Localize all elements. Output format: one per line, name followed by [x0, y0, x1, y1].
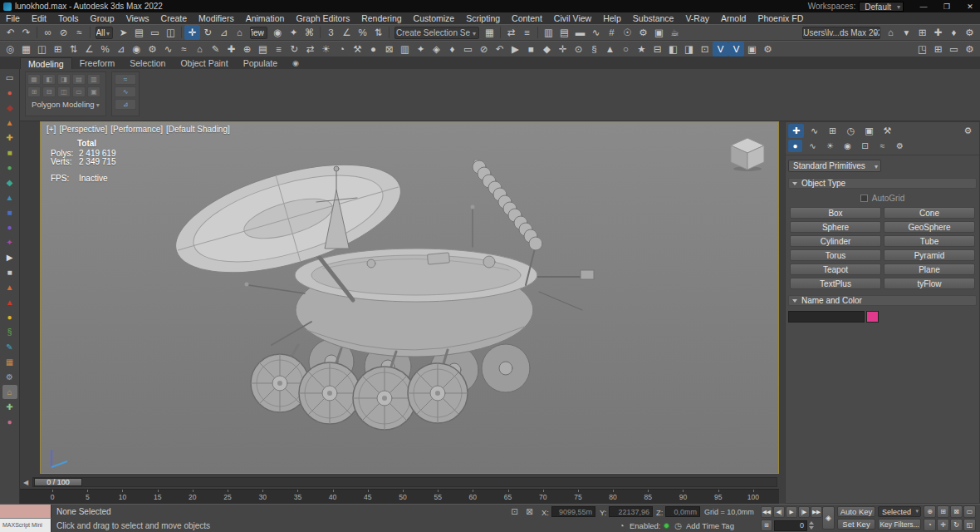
menu-item[interactable]: Customize	[408, 12, 461, 24]
set-keys-button[interactable]: ◈	[822, 506, 835, 530]
zoom-extents-icon[interactable]: ⊠	[950, 505, 963, 518]
browse-project-icon[interactable]: ⌂	[883, 25, 899, 40]
toolbar-icon[interactable]: ⚒	[350, 42, 365, 57]
hierarchy-tab-icon[interactable]: ⊞	[825, 124, 840, 138]
toolbar-icon[interactable]: ▣	[744, 42, 760, 57]
spinner-snap-icon[interactable]: ⇅	[370, 25, 386, 40]
use-pivot-center-icon[interactable]: ◉	[270, 25, 286, 40]
menu-item[interactable]: File	[0, 12, 26, 24]
side-tool-icon[interactable]: ◆	[2, 101, 17, 115]
side-tool-icon[interactable]: ●	[2, 86, 17, 100]
edit-named-sets-icon[interactable]: ▦	[482, 25, 497, 40]
x-coordinate-field[interactable]: 9099,55m	[551, 506, 595, 517]
viewport-general-label[interactable]: [+]	[47, 125, 56, 134]
toolbar-icon[interactable]: ∿	[160, 42, 176, 57]
motion-tab-icon[interactable]: ◷	[843, 124, 859, 138]
toolbar-icon[interactable]: ▭	[946, 42, 962, 57]
unlink-selection-icon[interactable]: ⊘	[56, 25, 71, 40]
object-type-rollout[interactable]: Object Type	[788, 178, 977, 189]
cameras-category-icon[interactable]: ◉	[840, 140, 855, 152]
torus-button[interactable]: Torus	[790, 249, 881, 261]
sphere-button[interactable]: Sphere	[790, 221, 881, 233]
orbit-icon[interactable]: ↻	[950, 519, 963, 531]
minimize-button[interactable]: —	[914, 0, 933, 12]
viewport-pov-label[interactable]: [Perspective]	[59, 125, 107, 134]
ribbon-tool-icon[interactable]: ▤	[72, 74, 86, 85]
side-tool-icon[interactable]: ●	[2, 220, 17, 234]
side-tool-icon[interactable]: §	[2, 325, 17, 339]
modify-tab-icon[interactable]: ∿	[806, 124, 822, 138]
textplus-button[interactable]: TextPlus	[790, 278, 881, 289]
side-tool-icon[interactable]: ▲	[2, 190, 17, 204]
selection-lock-toggle[interactable]: ⊠	[523, 505, 536, 518]
ribbon-tab-modeling[interactable]: Modeling	[20, 57, 72, 69]
toolbar-icon[interactable]: ⊡	[697, 42, 713, 57]
reference-coordinate-dropdown[interactable]: View	[250, 27, 267, 39]
toolbar-icon[interactable]: ○	[618, 42, 634, 57]
ribbon-toggle-icon[interactable]: ▬	[572, 25, 588, 40]
toolbar-icon[interactable]: ▲	[602, 42, 618, 57]
cylinder-button[interactable]: Cylinder	[790, 235, 881, 247]
tyflow-button[interactable]: tyFlow	[884, 278, 975, 289]
fov-icon[interactable]: ◔	[924, 519, 936, 531]
select-and-rotate-icon[interactable]: ↻	[200, 25, 216, 40]
percent-snap-icon[interactable]: %	[355, 25, 370, 40]
helpers-category-icon[interactable]: ⊡	[858, 140, 872, 152]
close-button[interactable]: ✕	[960, 0, 980, 12]
bind-to-space-warp-icon[interactable]: ≈	[71, 25, 87, 40]
zoom-all-icon[interactable]: ⊞	[937, 505, 949, 518]
y-coordinate-field[interactable]: 22137,96	[609, 506, 653, 517]
side-tool-icon[interactable]: ▲	[2, 116, 17, 130]
shapes-category-icon[interactable]: ∿	[806, 140, 820, 152]
play-button[interactable]: ▶	[786, 506, 797, 518]
toolbar-icon[interactable]: ✦	[413, 42, 429, 57]
toolbar-icon[interactable]: ⊟	[649, 42, 665, 57]
toolbar-icon[interactable]: ⊿	[113, 42, 129, 57]
side-tool-icon[interactable]: ▦	[2, 355, 17, 369]
ribbon-tool-icon[interactable]: ⊟	[42, 86, 56, 97]
prev-frame-button[interactable]: ◀|	[773, 506, 785, 518]
menu-item[interactable]: Scripting	[460, 12, 506, 24]
side-tool-icon[interactable]: ●	[2, 310, 17, 324]
side-tool-icon[interactable]: ●	[2, 415, 17, 429]
toolbar-icon[interactable]: ▤	[255, 42, 271, 57]
vray-toolbar-icon[interactable]: V	[713, 42, 728, 57]
toolbar-icon[interactable]: ◧	[665, 42, 681, 57]
undo-icon[interactable]: ↶	[2, 25, 18, 40]
select-and-manipulate-icon[interactable]: ✦	[286, 25, 301, 40]
selection-region-icon[interactable]: ▭	[147, 25, 163, 40]
toolbar-icon[interactable]: ◈	[429, 42, 444, 57]
ribbon-tool-icon[interactable]: ▥	[87, 74, 100, 85]
toolbar-icon[interactable]: ■	[523, 42, 539, 57]
side-tool-icon[interactable]: ■	[2, 205, 17, 219]
viewcube[interactable]	[728, 135, 767, 172]
trackbar-collapse-icon[interactable]: ◀	[22, 479, 30, 486]
side-tool-icon[interactable]: ⌂	[2, 385, 17, 399]
geometry-category-icon[interactable]: ●	[788, 140, 802, 152]
ribbon-tool-icon[interactable]: ∿	[115, 86, 136, 97]
ribbon-tab-selection[interactable]: Selection	[122, 57, 173, 69]
ribbon-tool-icon[interactable]: ▦	[27, 74, 41, 85]
set-key-button[interactable]: Set Key	[837, 519, 875, 530]
box-button[interactable]: Box	[790, 207, 881, 219]
toolbar-icon[interactable]: ⊠	[381, 42, 397, 57]
toolbar-icon[interactable]: ⊘	[476, 42, 492, 57]
time-slider-track[interactable]: 0 / 100	[32, 477, 777, 487]
key-filters-button[interactable]: Key Filters...	[878, 519, 921, 530]
toolbar-icon[interactable]: ⚙	[962, 25, 978, 40]
toolbar-icon[interactable]: ▾	[899, 25, 914, 40]
perspective-viewport[interactable]: [+][Perspective][Performance][Default Sh…	[40, 121, 779, 474]
systems-category-icon[interactable]: ⚙	[893, 140, 907, 152]
autogrid-checkbox[interactable]: AutoGrid	[786, 194, 979, 203]
goto-start-button[interactable]: ◀◀	[761, 506, 772, 518]
toolbar-icon[interactable]: ⇄	[302, 42, 318, 57]
menu-item[interactable]: Modifiers	[193, 12, 240, 24]
teapot-button[interactable]: Teapot	[790, 264, 881, 275]
key-filter-dropdown[interactable]: Selected	[878, 506, 921, 517]
toolbar-icon[interactable]: ≡	[271, 42, 287, 57]
toolbar-icon[interactable]: ♦	[946, 25, 962, 40]
macro-recorder-pane[interactable]	[0, 505, 51, 519]
lights-category-icon[interactable]: ☀	[823, 140, 837, 152]
toolbar-icon[interactable]: ✚	[930, 25, 946, 40]
ribbon-tool-icon[interactable]: ≈	[115, 74, 136, 85]
